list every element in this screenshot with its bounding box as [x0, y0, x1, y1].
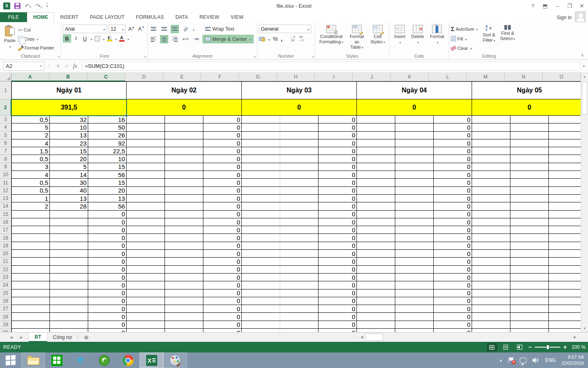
cell-M17[interactable] [472, 226, 510, 234]
cell-E9[interactable] [165, 163, 203, 171]
cell-L8[interactable]: 0 [434, 155, 472, 163]
cell-M24[interactable] [472, 281, 510, 289]
cell-M29[interactable] [472, 321, 510, 329]
cell-G28[interactable] [242, 313, 280, 321]
cell-H22[interactable] [280, 266, 318, 274]
tab-review[interactable]: REVIEW [194, 13, 225, 22]
cell-I15[interactable]: 0 [318, 211, 357, 218]
select-all-corner[interactable] [0, 73, 11, 81]
row-header-5[interactable]: 5 [0, 132, 11, 139]
cell-L29[interactable]: 0 [434, 321, 472, 329]
column-header-L[interactable]: L [429, 73, 467, 81]
cell-D7[interactable] [127, 147, 165, 155]
font-size-combo[interactable]: 12 [109, 25, 126, 33]
cell-H9[interactable] [280, 163, 318, 171]
format-painter-button[interactable]: Format Painter [18, 43, 54, 52]
cell-C3[interactable]: 16 [88, 116, 127, 123]
cell-O30[interactable] [549, 329, 581, 332]
cell-D23[interactable] [127, 274, 165, 281]
paste-button[interactable]: Paste [2, 24, 18, 53]
cell-B4[interactable]: 10 [50, 123, 88, 131]
row-header-18[interactable]: 18 [0, 234, 11, 242]
cell-K29[interactable] [395, 321, 434, 329]
cell-E5[interactable] [165, 132, 203, 139]
cell-O14[interactable] [549, 202, 581, 210]
cell-M26[interactable] [472, 297, 510, 305]
day-total-2[interactable]: 0 [127, 99, 242, 116]
cell-C11[interactable]: 15 [88, 179, 127, 186]
cell-H16[interactable] [280, 218, 318, 226]
cell-F28[interactable]: 0 [203, 313, 242, 321]
cell-G19[interactable] [242, 242, 280, 250]
cell-I30[interactable]: 0 [318, 329, 357, 332]
cell-F19[interactable]: 0 [203, 242, 242, 250]
cell-B18[interactable] [50, 234, 88, 242]
number-dialog-launcher[interactable]: ↘ [311, 54, 314, 58]
cell-C15[interactable]: 0 [88, 211, 127, 218]
zoom-slider[interactable] [535, 347, 560, 348]
cell-B11[interactable]: 30 [50, 179, 88, 186]
cell-F16[interactable]: 0 [203, 218, 242, 226]
day-header-5[interactable]: Ngày 05 [472, 81, 581, 99]
column-header-D[interactable]: D [125, 73, 163, 81]
cell-I9[interactable]: 0 [318, 163, 357, 171]
delete-cells-button[interactable]: Delete [409, 24, 427, 53]
cell-C9[interactable]: 15 [88, 163, 127, 171]
cell-B29[interactable] [50, 321, 88, 329]
bottom-align-button[interactable] [171, 25, 179, 33]
row-header-20[interactable]: 20 [0, 250, 11, 258]
cell-F14[interactable]: 0 [203, 202, 242, 210]
row-header-10[interactable]: 10 [0, 171, 11, 179]
cell-N13[interactable] [510, 195, 549, 202]
cell-L25[interactable]: 0 [434, 289, 472, 297]
cell-M23[interactable] [472, 274, 510, 281]
day-total-5[interactable]: 0 [472, 99, 581, 116]
cell-B10[interactable]: 14 [50, 171, 88, 179]
cell-C18[interactable]: 0 [88, 234, 127, 242]
cell-L13[interactable]: 0 [434, 195, 472, 202]
cell-H21[interactable] [280, 258, 318, 265]
cell-L3[interactable]: 0 [434, 116, 472, 123]
cell-K22[interactable] [395, 266, 434, 274]
cell-D29[interactable] [127, 321, 165, 329]
cell-E18[interactable] [165, 234, 203, 242]
cell-C23[interactable]: 0 [88, 274, 127, 281]
cell-L30[interactable]: 0 [434, 329, 472, 332]
sign-in-link[interactable]: Sign in [557, 15, 572, 20]
top-align-button[interactable] [149, 25, 158, 33]
cell-B12[interactable]: 40 [50, 187, 88, 195]
cell-D24[interactable] [127, 281, 165, 289]
ribbon-display-icon[interactable]: ⬒ [539, 3, 551, 9]
cell-O10[interactable] [549, 171, 581, 179]
cell-K4[interactable] [395, 123, 434, 131]
cell-J21[interactable] [357, 258, 395, 265]
cell-O12[interactable] [549, 187, 581, 195]
day-header-3[interactable]: Ngày 03 [242, 81, 357, 99]
cell-J20[interactable] [357, 250, 395, 258]
cell-K27[interactable] [395, 305, 434, 313]
cell-L19[interactable]: 0 [434, 242, 472, 250]
cell-L15[interactable]: 0 [434, 211, 472, 218]
cell-O13[interactable] [549, 195, 581, 202]
cell-L18[interactable]: 0 [434, 234, 472, 242]
day-total-4[interactable]: 0 [357, 99, 472, 116]
cell-C12[interactable]: 20 [88, 187, 127, 195]
row-header-1[interactable]: 1 [0, 81, 11, 99]
row-header-17[interactable]: 17 [0, 226, 11, 234]
cell-C8[interactable]: 10 [88, 155, 127, 163]
cell-A12[interactable]: 0,5 [11, 187, 50, 195]
cell-A10[interactable]: 4 [11, 171, 50, 179]
cell-N30[interactable] [510, 329, 549, 332]
cell-K30[interactable] [395, 329, 434, 332]
column-header-C[interactable]: C [87, 73, 125, 81]
close-icon[interactable]: ✕ [576, 3, 588, 9]
column-header-G[interactable]: G [239, 73, 277, 81]
cell-K28[interactable] [395, 313, 434, 321]
cell-M4[interactable] [472, 123, 510, 131]
cell-E14[interactable] [165, 202, 203, 210]
column-header-O[interactable]: O [543, 73, 581, 81]
row-header-9[interactable]: 9 [0, 163, 11, 171]
comma-style-button[interactable]: , [281, 35, 282, 43]
cell-D20[interactable] [127, 250, 165, 258]
cell-A19[interactable] [11, 242, 50, 250]
